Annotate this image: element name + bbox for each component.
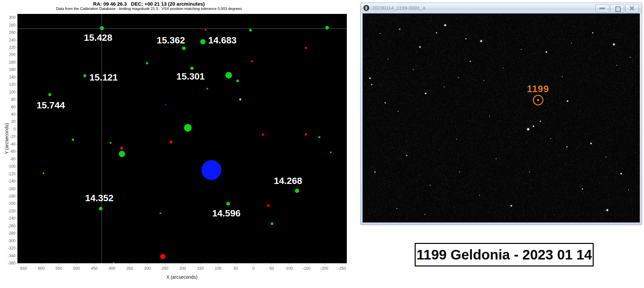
x-tick-mark xyxy=(218,263,218,265)
star xyxy=(571,43,572,43)
chart-point-green-stars[interactable] xyxy=(207,88,208,89)
minimize-icon xyxy=(599,8,605,9)
chart-point-green-stars[interactable] xyxy=(110,142,112,144)
chart-point-green-stars[interactable] xyxy=(249,29,252,31)
x-tick-mark xyxy=(59,263,59,265)
chart-point-green-stars[interactable] xyxy=(330,151,332,153)
chart-point-green-stars[interactable] xyxy=(119,151,125,157)
x-tick-label: 100 xyxy=(208,266,228,271)
x-tick-mark xyxy=(271,263,271,265)
star xyxy=(406,155,407,156)
y-tick-label: -280 xyxy=(0,231,16,236)
y-tick-label: 180 xyxy=(0,60,16,65)
chart-point-green-stars[interactable] xyxy=(83,74,86,77)
y-tick-mark xyxy=(16,77,18,78)
x-tick-mark xyxy=(112,263,112,265)
y-tick-mark xyxy=(16,129,18,130)
chart-point-green-stars[interactable] xyxy=(99,207,103,210)
chart-point-green-stars[interactable] xyxy=(100,26,104,30)
chart-point-green-stars[interactable] xyxy=(271,222,273,225)
y-tick-label: 280 xyxy=(0,23,16,28)
chart-point-blue-stars[interactable] xyxy=(165,104,166,106)
x-tick-mark xyxy=(165,263,165,265)
plot-area[interactable]: 15.42814.68315.36215.30115.12115.74414.2… xyxy=(17,14,347,263)
magnitude-label: 14.596 xyxy=(212,208,241,219)
y-tick-label: 40 xyxy=(0,112,16,117)
chart-point-green-stars[interactable] xyxy=(182,46,186,50)
chart-point-green-stars[interactable] xyxy=(236,80,239,82)
star xyxy=(444,24,446,26)
chart-point-red-stars[interactable] xyxy=(160,254,165,259)
chart-point-green-stars[interactable] xyxy=(318,136,320,138)
y-tick-label: 200 xyxy=(0,52,16,57)
maximize-button[interactable] xyxy=(610,5,624,12)
star xyxy=(628,190,629,190)
chart-point-green-stars[interactable] xyxy=(190,67,194,70)
chart-point-yellow-stars[interactable] xyxy=(239,98,241,100)
x-tick-label: 250 xyxy=(155,266,175,271)
chart-point-green-stars[interactable] xyxy=(146,62,148,64)
star xyxy=(613,43,615,45)
x-axis-label: X (arcseconds) xyxy=(17,274,346,280)
crosshair-vertical-line xyxy=(102,14,102,263)
window-controls xyxy=(595,5,639,12)
star xyxy=(388,59,388,59)
x-tick-label: -150 xyxy=(297,266,316,271)
comparison-chart-panel: RA: 09 46 26.3 DEC: +00 21 13 (20 arcmin… xyxy=(0,0,357,288)
chart-point-green-stars[interactable] xyxy=(112,262,115,263)
chart-point-green-stars[interactable] xyxy=(225,72,232,79)
chart-point-red-stars[interactable] xyxy=(169,141,172,144)
chart-point-red-stars[interactable] xyxy=(120,147,123,150)
minimize-button[interactable] xyxy=(595,5,609,12)
y-tick-mark xyxy=(16,189,18,189)
y-tick-mark xyxy=(16,40,18,40)
star xyxy=(456,139,457,140)
caption-box: 1199 Geldonia - 2023 01 14 xyxy=(415,243,594,266)
chart-point-green-stars[interactable] xyxy=(43,172,44,174)
chart-point-red-stars[interactable] xyxy=(251,60,253,62)
chart-point-red-stars[interactable] xyxy=(305,47,307,49)
chart-point-green-stars[interactable] xyxy=(184,124,192,132)
y-tick-mark xyxy=(16,62,18,63)
window-titlebar[interactable]: 20230114_1199-0001_a xyxy=(361,3,642,13)
y-tick-label: -200 xyxy=(0,201,16,206)
chart-point-green-stars[interactable] xyxy=(200,39,206,44)
x-tick-label: 350 xyxy=(120,266,140,271)
magnitude-label: 14.352 xyxy=(85,193,114,203)
chart-point-red-stars[interactable] xyxy=(305,133,307,136)
star xyxy=(481,40,482,42)
y-tick-label: -120 xyxy=(0,172,16,176)
chart-point-red-stars[interactable] xyxy=(262,134,264,136)
star xyxy=(529,172,530,172)
chart-point-green-stars[interactable] xyxy=(160,212,161,214)
chart-point-green-stars[interactable] xyxy=(226,202,230,205)
x-tick-mark xyxy=(201,263,201,265)
y-tick-label: -320 xyxy=(0,246,16,251)
chart-point-red-stars[interactable] xyxy=(267,204,270,207)
y-tick-mark xyxy=(16,92,18,92)
chart-point-green-stars[interactable] xyxy=(72,139,74,141)
star xyxy=(458,77,459,78)
chart-point-red-stars[interactable] xyxy=(205,29,207,31)
x-tick-mark xyxy=(289,263,289,265)
star xyxy=(592,32,593,33)
maximize-icon xyxy=(615,6,621,12)
close-button[interactable] xyxy=(625,5,639,12)
y-tick-mark xyxy=(16,211,18,211)
magnitude-label: 15.744 xyxy=(36,100,65,111)
chart-point-green-stars[interactable] xyxy=(295,189,299,193)
caption-text: 1199 Geldonia - 2023 01 14 xyxy=(416,244,593,265)
magnitude-label: 14.268 xyxy=(274,176,302,186)
app-icon xyxy=(363,5,369,11)
chart-point-blue-stars[interactable] xyxy=(202,160,221,180)
y-tick-label: -160 xyxy=(0,187,16,191)
chart-point-green-stars[interactable] xyxy=(325,26,329,29)
x-tick-mark xyxy=(147,263,148,265)
y-tick-mark xyxy=(16,144,18,144)
chart-point-green-stars[interactable] xyxy=(48,93,51,96)
star-field-image[interactable]: 1199 xyxy=(362,13,640,223)
star xyxy=(533,126,534,127)
x-tick-label: -100 xyxy=(279,266,299,271)
star xyxy=(396,208,397,209)
y-tick-mark xyxy=(16,122,18,122)
